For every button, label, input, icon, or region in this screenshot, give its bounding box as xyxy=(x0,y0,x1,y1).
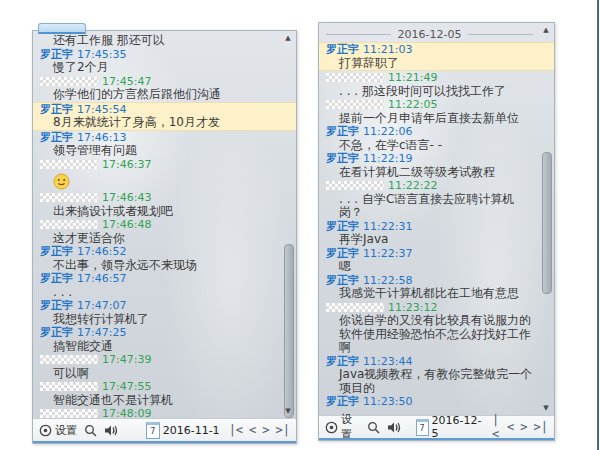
masked-sender-name xyxy=(40,220,98,229)
page-navigation: |< < > >| xyxy=(229,423,290,437)
search-icon xyxy=(84,424,97,437)
message-text: 智能交通也不是计算机 xyxy=(40,394,279,408)
chat-message: 17:46:43出来搞设计或者规划吧 xyxy=(40,191,279,218)
nav-prev-button[interactable]: < xyxy=(507,420,514,434)
speaker-button[interactable] xyxy=(387,421,402,434)
chat-message: 罗正宇11:22:58我感觉干计算机都比在工地有意思 xyxy=(326,274,537,301)
divider-line xyxy=(326,34,391,35)
message-timestamp: 17:46:52 xyxy=(77,245,126,259)
search-icon xyxy=(367,421,380,434)
message-text: 领导管理有问题 xyxy=(40,144,279,158)
message-header: 罗正宇11:22:31 xyxy=(326,220,537,234)
scroll-up-icon[interactable]: ▲ xyxy=(540,26,552,35)
search-button[interactable] xyxy=(84,424,97,437)
message-text: . . . 自学C语言直接去应聘计算机岗？ xyxy=(326,193,537,220)
date-divider: 2016-12-05 xyxy=(326,27,533,41)
scroll-down-icon[interactable]: ▼ xyxy=(540,404,552,413)
sender-name: 罗正宇 xyxy=(40,131,73,145)
message-header: 罗正宇17:46:52 xyxy=(40,245,279,259)
screenshot-stage: 还有工作服 那还可以罗正宇17:45:35慢了2个月17:45:47你学他们的方… xyxy=(0,0,600,450)
toolbar-date-label[interactable]: 2016-12-5 xyxy=(432,414,483,440)
message-header: 17:46:48 xyxy=(40,218,279,232)
chat-message: 11:21:49. . . 那这段时间可以找找工作了 xyxy=(326,71,537,98)
sender-name: 罗正宇 xyxy=(326,395,359,409)
divider-line xyxy=(468,34,533,35)
message-text: 出来搞设计或者规划吧 xyxy=(40,205,279,219)
message-timestamp: 17:45:54 xyxy=(77,103,126,117)
chat-message: 17:47:39可以啊 xyxy=(40,353,279,380)
message-header: 罗正宇11:23:50 xyxy=(326,395,537,409)
scrollbar[interactable]: ▲ ▼ xyxy=(540,26,552,413)
message-timestamp: 11:23:44 xyxy=(363,355,412,369)
message-header: 17:46:37 xyxy=(40,158,279,172)
message-timestamp: 11:22:05 xyxy=(388,98,437,112)
nav-first-button[interactable]: |< xyxy=(492,413,501,441)
settings-button[interactable]: 设置 xyxy=(39,423,77,438)
nav-next-button[interactable]: > xyxy=(520,420,527,434)
sender-name: 罗正宇 xyxy=(326,220,359,234)
message-text: 8月来就统计了身高，10月才发 xyxy=(40,116,279,130)
message-timestamp: 11:23:50 xyxy=(363,395,412,409)
masked-sender-name xyxy=(40,193,98,202)
message-timestamp: 11:22:31 xyxy=(363,220,412,234)
message-timestamp: 11:22:19 xyxy=(363,152,412,166)
message-header: 罗正宇17:47:07 xyxy=(40,299,279,313)
masked-sender-name xyxy=(40,409,98,418)
scroll-up-icon[interactable]: ▲ xyxy=(282,34,294,43)
message-text: 在看计算机二级等级考试教程 xyxy=(326,166,537,180)
message-timestamp: 17:46:37 xyxy=(102,158,151,172)
toolbar-date-label[interactable]: 2016-11-1 xyxy=(163,424,220,437)
speaker-icon xyxy=(387,421,402,434)
sender-name: 罗正宇 xyxy=(40,299,73,313)
speaker-icon xyxy=(104,424,119,437)
message-header: 罗正宇17:47:25 xyxy=(40,326,279,340)
chat-message: 罗正宇11:23:50. . . xyxy=(326,395,537,415)
message-timestamp: 17:46:43 xyxy=(102,191,151,205)
scrollbar-thumb[interactable] xyxy=(284,244,294,418)
message-timestamp: 11:22:06 xyxy=(363,125,412,139)
message-text: 嗯 xyxy=(326,260,537,274)
sender-name: 罗正宇 xyxy=(40,245,73,259)
message-text: 这才更适合你 xyxy=(40,232,279,246)
nav-last-button[interactable]: >| xyxy=(276,423,290,437)
sender-name: 罗正宇 xyxy=(326,152,359,166)
nav-last-button[interactable]: >| xyxy=(534,420,548,434)
message-timestamp: 17:48:09 xyxy=(102,407,151,418)
scrollbar[interactable]: ▲ ▼ xyxy=(282,34,294,416)
message-header: 11:21:49 xyxy=(326,71,537,85)
sender-name: 罗正宇 xyxy=(326,43,359,57)
chat-message: 17:45:47你学他们的方言然后跟他们沟通 xyxy=(40,75,279,102)
sender-name: 罗正宇 xyxy=(40,48,73,62)
sender-name: 罗正宇 xyxy=(326,247,359,261)
chat-message: 罗正宇11:22:31再学Java xyxy=(326,220,537,247)
message-text: 再学Java xyxy=(326,233,537,247)
message-header: 罗正宇11:22:19 xyxy=(326,152,537,166)
calendar-button[interactable]: 7 2016-11-1 xyxy=(146,422,222,439)
speaker-button[interactable] xyxy=(104,424,119,437)
message-text: 我想转行计算机了 xyxy=(40,313,279,327)
scroll-down-icon[interactable]: ▼ xyxy=(282,407,294,416)
masked-sender-name xyxy=(326,181,384,190)
message-header: 17:48:09 xyxy=(40,407,279,418)
calendar-button[interactable]: 7 2016-12-5 xyxy=(416,414,485,440)
scrollbar-thumb[interactable] xyxy=(542,152,552,294)
message-text: 搞智能交通 xyxy=(40,340,279,354)
chat-history-window-left: 还有工作服 那还可以罗正宇17:45:35慢了2个月17:45:47你学他们的方… xyxy=(32,30,297,444)
message-text: . . . xyxy=(326,409,537,416)
sender-name: 罗正宇 xyxy=(40,103,73,117)
nav-next-button[interactable]: > xyxy=(262,423,269,437)
message-timestamp: 11:22:22 xyxy=(388,179,437,193)
message-text: 你学他们的方言然后跟他们沟通 xyxy=(40,88,279,102)
nav-first-button[interactable]: |< xyxy=(229,423,243,437)
message-timestamp: 11:22:37 xyxy=(363,247,412,261)
settings-icon xyxy=(325,421,338,434)
message-text: 我感觉干计算机都比在工地有意思 xyxy=(326,287,537,301)
message-header: 11:23:12 xyxy=(326,301,537,315)
nav-prev-button[interactable]: < xyxy=(249,423,256,437)
search-button[interactable] xyxy=(367,421,380,434)
message-header: 罗正宇11:23:44 xyxy=(326,355,537,369)
message-header: 罗正宇11:22:37 xyxy=(326,247,537,261)
page-navigation: |< < > >| xyxy=(492,413,548,441)
message-timestamp: 11:21:03 xyxy=(363,43,412,57)
message-timestamp: 11:22:58 xyxy=(363,274,412,288)
